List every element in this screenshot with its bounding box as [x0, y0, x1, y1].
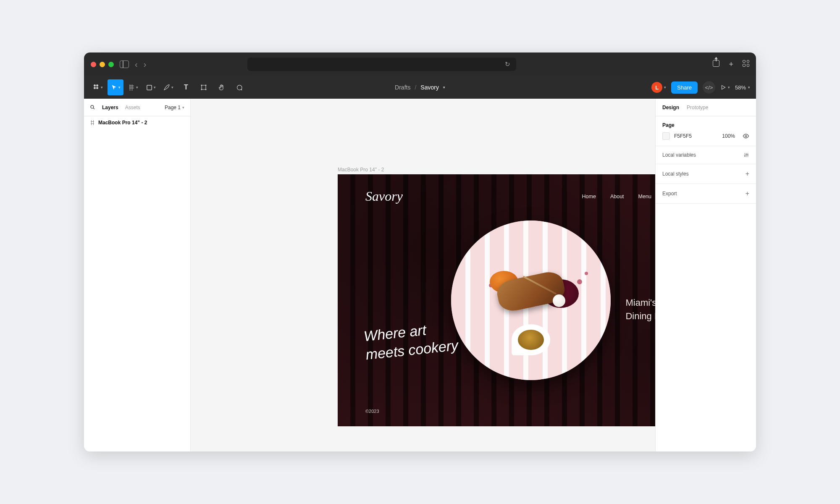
comment-tool[interactable]	[231, 79, 247, 95]
tab-design[interactable]: Design	[662, 105, 679, 110]
app-window: ‹ › ↻ + ▾ ▾ ▾ ▾	[84, 52, 756, 452]
figma-toolbar: ▾ ▾ ▾ ▾ ▾ T	[84, 76, 756, 99]
browser-titlebar: ‹ › ↻ +	[84, 52, 756, 76]
user-avatar[interactable]: L ▾	[651, 82, 666, 93]
svg-rect-2	[94, 87, 96, 89]
svg-rect-3	[96, 87, 98, 89]
maximize-window-icon[interactable]	[108, 62, 114, 67]
local-variables-row[interactable]: Local variables	[656, 146, 756, 164]
window-controls	[91, 62, 114, 67]
document-title[interactable]: Drafts / Savory ▾	[395, 84, 445, 91]
hero-plate-image	[451, 220, 611, 380]
sliders-icon	[743, 152, 749, 158]
workspace: Layers Assets Page 1▾ MacBook Pro 14" - …	[84, 99, 756, 452]
nav-menu: Menu	[638, 194, 651, 200]
move-tool[interactable]: ▾	[108, 79, 123, 95]
nav-home: Home	[582, 194, 596, 200]
dev-mode-icon[interactable]: </>	[703, 81, 715, 94]
layers-panel: Layers Assets Page 1▾ MacBook Pro 14" - …	[84, 99, 191, 452]
artboard[interactable]: Savory Home About Menu Book Table	[338, 174, 655, 426]
file-name: Savory	[420, 84, 439, 91]
tab-layers[interactable]: Layers	[102, 105, 118, 110]
nav-forward-icon[interactable]: ›	[144, 60, 147, 69]
svg-rect-4	[147, 85, 151, 89]
plus-icon[interactable]: +	[746, 190, 749, 197]
chevron-down-icon[interactable]: ▾	[443, 85, 445, 89]
frame-tool[interactable]: ▾	[125, 79, 141, 95]
nav-back-icon[interactable]: ‹	[135, 60, 138, 69]
page-color-value[interactable]: F5F5F5	[674, 133, 692, 139]
tab-assets[interactable]: Assets	[125, 105, 140, 110]
new-tab-icon[interactable]: +	[729, 60, 733, 69]
page-section: Page F5F5F5 100%	[656, 116, 756, 146]
site-logo: Savory	[365, 189, 403, 204]
svg-rect-0	[94, 84, 96, 87]
page-section-title: Page	[662, 122, 749, 128]
plus-icon[interactable]: +	[746, 170, 749, 178]
frame-icon	[90, 120, 95, 125]
minimize-window-icon[interactable]	[100, 62, 105, 67]
resources-tool[interactable]	[196, 79, 212, 95]
copyright: ©2023	[365, 409, 379, 414]
inspector-panel: Design Prototype Page F5F5F5 100% Local …	[655, 99, 756, 452]
page-selector[interactable]: Page 1▾	[165, 105, 184, 110]
zoom-level[interactable]: 58%▾	[735, 84, 750, 91]
svg-rect-1	[96, 84, 98, 87]
tabs-grid-icon[interactable]	[743, 60, 749, 67]
reload-icon[interactable]: ↻	[505, 60, 510, 68]
svg-point-9	[91, 105, 94, 108]
tagline-right: Miami's Premier Dining Destination	[625, 296, 655, 323]
address-bar[interactable]: ↻	[247, 58, 516, 71]
export-row[interactable]: Export +	[656, 184, 756, 204]
pen-tool[interactable]: ▾	[160, 79, 176, 95]
shape-tool[interactable]: ▾	[143, 79, 159, 95]
main-menu-icon[interactable]: ▾	[90, 79, 106, 95]
share-button[interactable]: Share	[671, 81, 698, 94]
page-color-opacity[interactable]: 100%	[722, 133, 735, 139]
svg-point-11	[744, 155, 745, 156]
hand-tool[interactable]	[213, 79, 229, 95]
page-color-swatch[interactable]	[662, 132, 670, 140]
visibility-icon[interactable]	[743, 133, 749, 139]
nav-about: About	[610, 194, 624, 200]
frame-label[interactable]: MacBook Pro 14" - 2	[338, 167, 384, 173]
share-up-icon[interactable]	[713, 60, 719, 67]
folder-name: Drafts	[395, 84, 410, 91]
layer-row[interactable]: MacBook Pro 14" - 2	[84, 116, 190, 129]
svg-point-12	[746, 154, 747, 155]
present-button[interactable]: ▾	[720, 84, 730, 90]
local-styles-row[interactable]: Local styles +	[656, 164, 756, 184]
svg-point-13	[747, 155, 748, 155]
site-header: Savory Home About Menu Book Table	[365, 189, 655, 204]
close-window-icon[interactable]	[91, 62, 96, 67]
canvas[interactable]: MacBook Pro 14" - 2 Savory Home About Me…	[191, 99, 655, 452]
search-icon[interactable]	[90, 105, 95, 110]
tab-prototype[interactable]: Prototype	[687, 105, 708, 110]
layer-name: MacBook Pro 14" - 2	[98, 120, 147, 126]
svg-point-10	[745, 135, 747, 137]
text-tool[interactable]: T	[178, 79, 194, 95]
sidebar-toggle-icon[interactable]	[120, 60, 129, 68]
